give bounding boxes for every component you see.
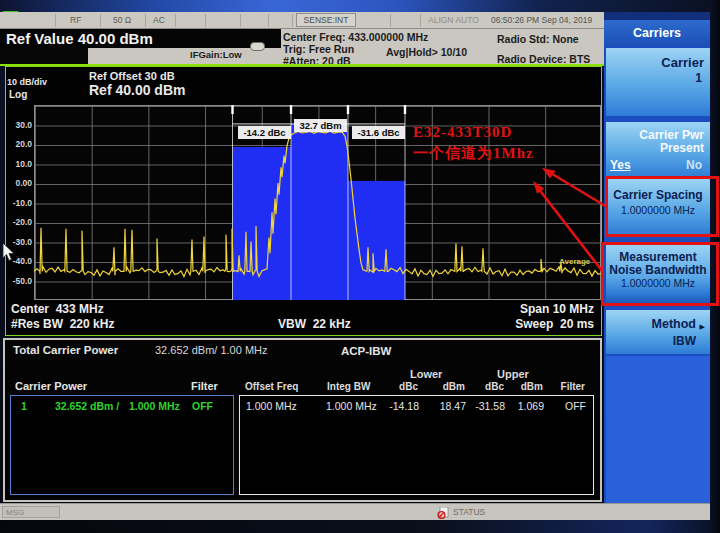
lower-dbc-value: -14.18 xyxy=(383,400,419,412)
ref-value-text: Ref Value 40.00 dBm xyxy=(6,30,153,47)
y-axis-tick-label: 10.0 xyxy=(6,159,32,169)
integ-bw-header: Integ BW xyxy=(327,381,370,392)
carrier-power-header: Carrier Power xyxy=(15,380,87,392)
softkey-menu-topgap xyxy=(604,12,710,20)
trigger-readout: Trig: Free Run xyxy=(283,43,354,55)
offset-results-table: 1.000 MHz 1.000 MHz -14.18 18.47 -31.58 … xyxy=(239,395,594,495)
ref-offset-label: Ref Offset 30 dB xyxy=(89,70,175,82)
softkey-method[interactable]: Method ▶ IBW xyxy=(606,310,710,354)
avg-hold-readout: Avg|Hold> 10/10 xyxy=(386,46,467,58)
y-axis-tick-label: 30.0 xyxy=(6,120,32,130)
monitor-bezel-bottom xyxy=(0,519,720,533)
carrier-row-index: 1 xyxy=(21,400,27,412)
status-bar: MSG STATUS xyxy=(0,503,710,520)
carrier-power-table[interactable]: 1 32.652 dBm / 1.000 MHz OFF xyxy=(10,395,234,495)
lower-channel-marker-label: -14.2 dBc xyxy=(238,126,291,139)
sweep-annotation: Sweep 20 ms xyxy=(515,317,594,331)
highlight-box-noise-bandwidth xyxy=(601,242,719,306)
upper-channel-marker-label: -31.6 dBc xyxy=(352,126,405,139)
softkey-carrier-pwr-present[interactable]: Carrier Pwr Present Yes No xyxy=(606,122,710,178)
rf-indicator: RF xyxy=(70,15,81,25)
spectrum-display-window: 10 dB/div Log Ref Offset 30 dB Ref 40.00… xyxy=(5,66,602,336)
total-carrier-power-label: Total Carrier Power xyxy=(13,344,118,356)
msg-indicator: MSG xyxy=(2,506,60,518)
offset-freq-value: 1.000 MHz xyxy=(246,400,297,412)
impedance-indicator: 50 Ω xyxy=(113,15,131,25)
mouse-cursor xyxy=(2,243,16,263)
carrier-power-marker-label: 32.7 dBm xyxy=(294,119,347,132)
spectrum-analyzer-screen: XJ RF 50 Ω AC SENSE:INT ALIGN AUTO 06:50… xyxy=(0,0,720,533)
lower-dbm-header: dBm xyxy=(437,381,465,392)
amplitude-axis-labels: 30.020.010.00.00-10.0-20.0-30.0-40.0-50.… xyxy=(6,67,32,337)
offset-freq-header: Offset Freq xyxy=(245,381,298,392)
softkey-pwr-no[interactable]: No xyxy=(686,158,702,172)
channel-band-carrier xyxy=(291,124,348,300)
softkey-carrier-label: Carrier xyxy=(661,55,704,70)
res-bw-annotation: #Res BW 220 kHz xyxy=(11,317,114,331)
trigger-icon xyxy=(250,42,265,51)
softkey-pwr-label1: Carrier Pwr xyxy=(639,128,704,142)
upper-dbc-value: -31.58 xyxy=(469,400,505,412)
datetime-display: 06:50:26 PM Sep 04, 2019 xyxy=(491,15,592,25)
vbw-annotation: VBW 22 kHz xyxy=(278,317,351,331)
measurement-mode-label: ACP-IBW xyxy=(341,345,391,357)
coupling-indicator: AC xyxy=(153,15,165,25)
right-filter-header: Filter xyxy=(553,381,585,392)
sense-indicator: SENSE:INT xyxy=(296,13,356,27)
io-status-bar: RF 50 Ω AC SENSE:INT ALIGN AUTO 06:50:26… xyxy=(0,12,604,29)
carrier-row-power: 32.652 dBm / xyxy=(55,400,119,412)
center-freq-annotation: Center 433 MHz xyxy=(11,302,104,316)
upper-dbm-value: 1.069 xyxy=(512,400,544,412)
softkey-carrier-value: 1 xyxy=(695,71,702,85)
ref-level-label: Ref 40.00 dBm xyxy=(89,82,185,98)
channel-band-upper-adjacent xyxy=(348,181,405,300)
spectrum-trace-plot xyxy=(34,105,601,300)
highlight-box-carrier-spacing xyxy=(605,176,719,237)
trace-average-label: Average xyxy=(559,257,590,266)
ifgain-indicator: IFGain:Low xyxy=(190,49,242,60)
carrier-row-filter: OFF xyxy=(192,400,213,412)
measurement-settings-bar: Ref Value 40.00 dBm IFGain:Low Center Fr… xyxy=(0,29,604,64)
softkey-method-label: Method xyxy=(652,317,696,331)
monitor-bezel-top xyxy=(0,0,720,12)
total-carrier-power-value: 32.652 dBm/ 1.00 MHz xyxy=(155,344,268,356)
annotation-channel-note: 一个信道为1Mhz xyxy=(413,144,534,163)
left-filter-header: Filter xyxy=(191,380,218,392)
center-freq-readout: Center Freq: 433.000000 MHz xyxy=(283,31,428,43)
menu-title: Carriers xyxy=(604,20,710,46)
status-label: STATUS xyxy=(453,507,485,517)
upper-group-header: Upper xyxy=(497,368,529,380)
y-axis-tick-label: 20.0 xyxy=(6,139,32,149)
softkey-menu-background xyxy=(606,356,710,503)
softkey-carrier[interactable]: Carrier 1 xyxy=(606,48,710,116)
softkey-pwr-label2: Present xyxy=(660,141,704,155)
integ-bw-value: 1.000 MHz xyxy=(326,400,377,412)
radio-std-readout: Radio Std: None xyxy=(497,33,579,45)
annotation-module-name: E32-433T30D xyxy=(413,124,512,141)
lower-group-header: Lower xyxy=(410,368,442,380)
active-function-area xyxy=(0,48,88,64)
acp-results-panel: Total Carrier Power 32.652 dBm/ 1.00 MHz… xyxy=(3,338,602,502)
softkey-method-value: IBW xyxy=(673,334,696,348)
y-axis-tick-label: -50.0 xyxy=(6,276,32,286)
ref-value-readout: Ref Value 40.00 dBm xyxy=(0,29,281,48)
upper-dbc-header: dBc xyxy=(480,381,504,392)
upper-dbm-header: dBm xyxy=(515,381,543,392)
right-filter-value: OFF xyxy=(552,400,586,412)
carrier-row-bw: 1.000 MHz xyxy=(129,400,180,412)
y-axis-tick-label: -20.0 xyxy=(6,217,32,227)
y-axis-tick-label: 0.00 xyxy=(6,178,32,188)
y-axis-tick-label: -10.0 xyxy=(6,198,32,208)
align-indicator: ALIGN AUTO xyxy=(428,15,479,25)
lower-dbm-value: 18.47 xyxy=(432,400,466,412)
status-icon xyxy=(437,507,450,519)
softkey-pwr-yes[interactable]: Yes xyxy=(610,158,631,172)
span-annotation: Span 10 MHz xyxy=(520,302,594,316)
lower-dbc-header: dBc xyxy=(394,381,418,392)
submenu-arrow-icon: ▶ xyxy=(700,323,705,331)
